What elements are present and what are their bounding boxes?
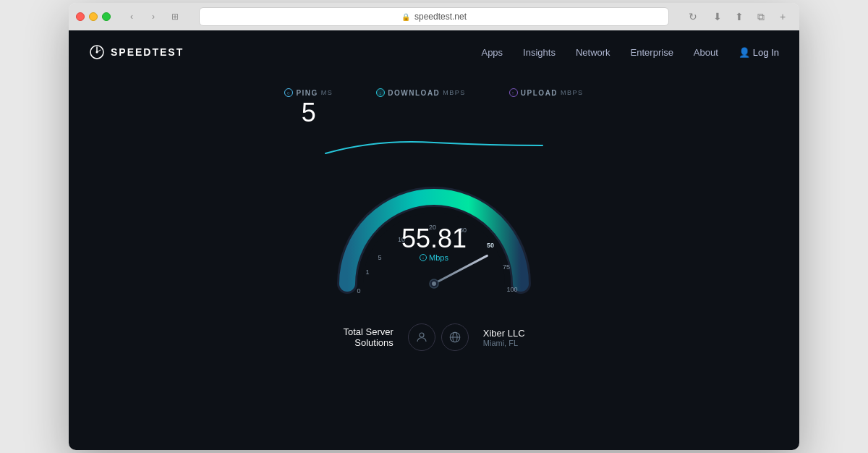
traffic-lights	[76, 12, 111, 21]
address-bar[interactable]: 🔒 speedtest.net	[199, 7, 669, 26]
download-label: ↓ DOWNLOAD Mbps	[376, 88, 466, 97]
refresh-button[interactable]: ↻	[684, 7, 702, 26]
login-text: Log In	[753, 47, 779, 58]
logo[interactable]: SPEEDTEST	[89, 44, 184, 60]
url-text: speedtest.net	[414, 12, 467, 22]
svg-point-14	[420, 333, 424, 337]
tabs-icon[interactable]: ⧉	[752, 7, 770, 26]
new-tab-button[interactable]: +	[773, 7, 792, 26]
back-button[interactable]: ‹	[122, 7, 141, 26]
login-link[interactable]: 👤 Log In	[739, 47, 779, 58]
nav-apps[interactable]: Apps	[481, 47, 503, 58]
close-button[interactable]	[76, 12, 85, 21]
server-provider: Xiber LLC	[483, 328, 525, 339]
nav-enterprise[interactable]: Enterprise	[631, 47, 673, 58]
page-content: SPEEDTEST Apps Insights Network Enterpri…	[69, 30, 799, 450]
globe-icon[interactable]	[441, 323, 469, 351]
nav-insights[interactable]: Insights	[523, 47, 556, 58]
svg-text:50: 50	[487, 242, 494, 249]
lock-icon: 🔒	[401, 13, 410, 21]
browser-window: ‹ › ⊞ 🔒 speedtest.net ↻ ⬇ ⬆ ⧉ +	[69, 3, 799, 450]
logo-icon	[89, 44, 105, 60]
metrics-bar: ○ PING ms 5 ↓ DOWNLOAD Mbps	[284, 88, 583, 128]
browser-nav: ‹ › ⊞	[122, 7, 184, 26]
svg-text:5: 5	[378, 254, 381, 261]
download-icon: ↓	[376, 88, 385, 97]
svg-text:0: 0	[357, 287, 360, 295]
forward-button[interactable]: ›	[144, 7, 163, 26]
browser-titlebar: ‹ › ⊞ 🔒 speedtest.net ↻ ⬇ ⬆ ⧉ +	[69, 3, 799, 30]
nav-links: Apps Insights Network Enterprise About 👤…	[481, 47, 779, 58]
fullscreen-button[interactable]	[102, 12, 111, 21]
server-icons	[408, 323, 469, 351]
svg-text:100: 100	[506, 286, 517, 293]
share-icon[interactable]: ⬆	[730, 7, 749, 26]
server-info: Total Server Solutions	[343, 323, 524, 351]
server-name: Total Server	[343, 326, 393, 337]
server-location: Miami, FL	[483, 339, 525, 347]
speedtest-main: ○ PING ms 5 ↓ DOWNLOAD Mbps	[69, 74, 799, 373]
upload-icon: ↑	[509, 88, 518, 97]
person-icon[interactable]	[408, 323, 435, 351]
nav-network[interactable]: Network	[576, 47, 610, 58]
server-right: Xiber LLC Miami, FL	[483, 328, 525, 347]
upload-label: ↑ UPLOAD Mbps	[509, 88, 584, 97]
ping-icon: ○	[284, 88, 293, 97]
ping-value: 5	[302, 97, 316, 128]
logo-text: SPEEDTEST	[111, 46, 184, 58]
gauge-center: 55.81 ↓ Mbps	[401, 226, 467, 262]
site-nav: SPEEDTEST Apps Insights Network Enterpri…	[69, 30, 799, 74]
gauge-container[interactable]: 0 1 5 10 20 30 50 75 100	[326, 150, 542, 309]
download-unit-icon: ↓	[420, 254, 427, 261]
sidebar-toggle[interactable]: ⊞	[166, 7, 184, 26]
upload-metric: ↑ UPLOAD Mbps	[509, 88, 584, 128]
svg-point-1	[96, 51, 98, 54]
ping-metric: ○ PING ms 5	[284, 88, 333, 128]
server-left: Total Server Solutions	[343, 326, 393, 348]
nav-about[interactable]: About	[694, 47, 718, 58]
ping-label: ○ PING ms	[284, 88, 333, 97]
svg-text:1: 1	[365, 268, 369, 276]
gauge-unit: ↓ Mbps	[401, 253, 467, 262]
minimize-button[interactable]	[89, 12, 98, 21]
download-metric: ↓ DOWNLOAD Mbps	[376, 88, 466, 128]
server-name2: Solutions	[343, 337, 393, 348]
user-icon: 👤	[739, 47, 750, 58]
svg-text:75: 75	[503, 263, 510, 271]
browser-actions: ⬇ ⬆ ⧉ +	[708, 7, 792, 26]
gauge-speed: 55.81	[401, 226, 467, 252]
svg-point-13	[432, 281, 436, 286]
download-icon[interactable]: ⬇	[708, 7, 727, 26]
